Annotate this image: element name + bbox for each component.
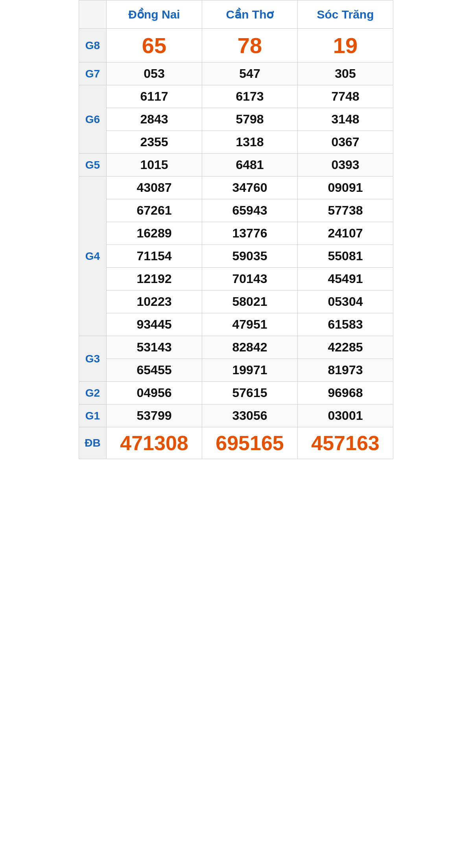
table-row: G8657819	[79, 29, 393, 63]
can-tho-g7: 547	[202, 63, 298, 85]
soc-trang-g4-3: 55081	[298, 245, 393, 268]
can-tho-g2: 57615	[202, 382, 298, 405]
label-g6: G6	[79, 85, 107, 154]
soc-trang-g4-1: 57738	[298, 199, 393, 222]
label-g8: G8	[79, 29, 107, 63]
dong-nai-g6-2: 2355	[107, 131, 202, 154]
dong-nai-g4-6: 93445	[107, 313, 202, 336]
table-row: 102235802105304	[79, 291, 393, 313]
table-row: 235513180367	[79, 131, 393, 154]
dong-nai-g4-0: 43087	[107, 177, 202, 199]
soc-trang-g3-0: 42285	[298, 336, 393, 359]
can-tho-g6-0: 6173	[202, 85, 298, 108]
soc-trang-g4-5: 05304	[298, 291, 393, 313]
soc-trang-g3-1: 81973	[298, 359, 393, 382]
soc-trang-g4-4: 45491	[298, 268, 393, 291]
table-row: 654551997181973	[79, 359, 393, 382]
dong-nai-g5: 1015	[107, 154, 202, 177]
lottery-results-table: Đồng Nai Cần Thơ Sóc Trăng G8657819G7053…	[79, 0, 393, 459]
can-tho-g4-1: 65943	[202, 199, 298, 222]
dong-nai-g4-3: 71154	[107, 245, 202, 268]
dong-nai-g3-0: 53143	[107, 336, 202, 359]
label-g3: G3	[79, 336, 107, 382]
soc-trang-g6-2: 0367	[298, 131, 393, 154]
table-row: 162891377624107	[79, 222, 393, 245]
can-tho-g1: 33056	[202, 405, 298, 427]
soc-trang-db: 457163	[298, 427, 393, 459]
table-row: 711545903555081	[79, 245, 393, 268]
table-row: 934454795161583	[79, 313, 393, 336]
can-tho-g4-5: 58021	[202, 291, 298, 313]
dong-nai-g4-4: 12192	[107, 268, 202, 291]
dong-nai-g1: 53799	[107, 405, 202, 427]
table-row: G6611761737748	[79, 85, 393, 108]
dong-nai-g4-2: 16289	[107, 222, 202, 245]
soc-trang-g1: 03001	[298, 405, 393, 427]
soc-trang-g5: 0393	[298, 154, 393, 177]
can-tho-g3-0: 82842	[202, 336, 298, 359]
dong-nai-g6-1: 2843	[107, 108, 202, 131]
dong-nai-g2: 04956	[107, 382, 202, 405]
table-row: G2049565761596968	[79, 382, 393, 405]
table-row: G5101564810393	[79, 154, 393, 177]
label-g4: G4	[79, 177, 107, 336]
can-tho-g4-3: 59035	[202, 245, 298, 268]
label-db: ĐB	[79, 427, 107, 459]
table-row: G3531438284242285	[79, 336, 393, 359]
soc-trang-g8: 19	[298, 29, 393, 63]
table-row: 121927014345491	[79, 268, 393, 291]
can-tho-g6-2: 1318	[202, 131, 298, 154]
dong-nai-g8: 65	[107, 29, 202, 63]
soc-trang-g4-0: 09091	[298, 177, 393, 199]
soc-trang-g6-1: 3148	[298, 108, 393, 131]
dong-nai-g3-1: 65455	[107, 359, 202, 382]
dong-nai-g7: 053	[107, 63, 202, 85]
can-tho-g5: 6481	[202, 154, 298, 177]
label-g1: G1	[79, 405, 107, 427]
can-tho-g8: 78	[202, 29, 298, 63]
soc-trang-g6-0: 7748	[298, 85, 393, 108]
table-row: 672616594357738	[79, 199, 393, 222]
can-tho-g4-4: 70143	[202, 268, 298, 291]
can-tho-g6-1: 5798	[202, 108, 298, 131]
header-dong-nai: Đồng Nai	[107, 0, 202, 29]
table-row: ĐB471308695165457163	[79, 427, 393, 459]
soc-trang-g4-6: 61583	[298, 313, 393, 336]
dong-nai-g4-5: 10223	[107, 291, 202, 313]
can-tho-db: 695165	[202, 427, 298, 459]
can-tho-g3-1: 19971	[202, 359, 298, 382]
header-can-tho: Cần Thơ	[202, 0, 298, 29]
soc-trang-g2: 96968	[298, 382, 393, 405]
dong-nai-db: 471308	[107, 427, 202, 459]
can-tho-g4-2: 13776	[202, 222, 298, 245]
soc-trang-g4-2: 24107	[298, 222, 393, 245]
table-row: G7053547305	[79, 63, 393, 85]
dong-nai-g4-1: 67261	[107, 199, 202, 222]
dong-nai-g6-0: 6117	[107, 85, 202, 108]
can-tho-g4-0: 34760	[202, 177, 298, 199]
label-g7: G7	[79, 63, 107, 85]
header-soc-trang: Sóc Trăng	[298, 0, 393, 29]
soc-trang-g7: 305	[298, 63, 393, 85]
can-tho-g4-6: 47951	[202, 313, 298, 336]
table-row: G4430873476009091	[79, 177, 393, 199]
label-g2: G2	[79, 382, 107, 405]
label-g5: G5	[79, 154, 107, 177]
table-row: 284357983148	[79, 108, 393, 131]
table-row: G1537993305603001	[79, 405, 393, 427]
header-label-col	[79, 0, 107, 29]
